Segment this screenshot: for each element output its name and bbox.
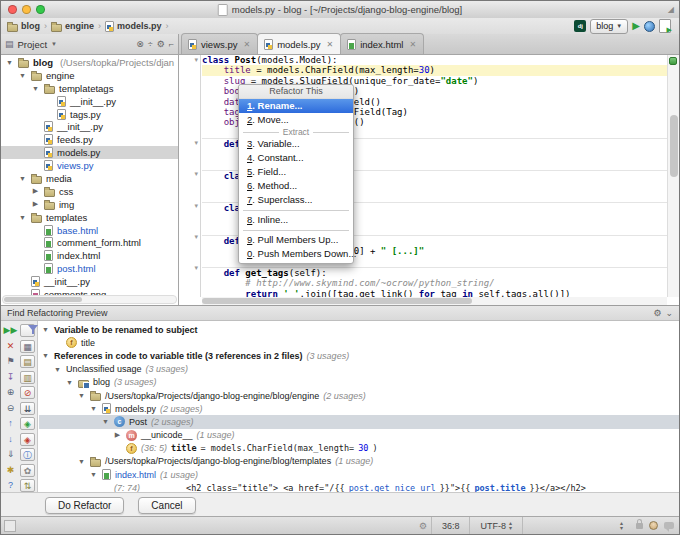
vertical-scroll-thumb[interactable]: [670, 115, 678, 177]
fullscreen-icon[interactable]: ◢: [668, 5, 674, 14]
menu-item-variable-[interactable]: 3. Variable...: [239, 137, 353, 151]
menu-item-method-[interactable]: 6. Method...: [239, 179, 353, 193]
tab-close-icon[interactable]: ✕: [409, 40, 416, 49]
usage-tree-row[interactable]: ▼blog (3 usages): [39, 376, 679, 389]
fold-marker-icon[interactable]: ▾: [194, 56, 198, 64]
tree-expander-icon[interactable]: ▼: [18, 214, 27, 221]
usage-tree-row[interactable]: (36: 5) title = models.CharField(max_len…: [39, 442, 679, 455]
menu-item-move-[interactable]: 2. Move...: [239, 113, 353, 127]
settings-gear-icon[interactable]: ⚙: [653, 308, 661, 318]
expand-all-icon[interactable]: ⊕: [3, 386, 18, 399]
code-line[interactable]: return ' '.join([tag.get_link() for tag …: [202, 289, 667, 297]
tree-expander-icon[interactable]: ▼: [89, 405, 98, 412]
scroll-to-source-icon[interactable]: ⊗: [136, 39, 144, 49]
tree-expander-icon[interactable]: ▼: [31, 85, 40, 92]
menu-item-superclass-[interactable]: 7. Superclass...: [239, 193, 353, 207]
tree-expander-icon[interactable]: ▼: [53, 366, 62, 373]
project-tree-item-blog[interactable]: ▼blog(/Users/topka/Projects/djan: [1, 56, 178, 69]
usage-tree-row[interactable]: ▼Unclassified usage (3 usages): [39, 363, 679, 376]
code-line[interactable]: # http://www.skymind.com/~ocrow/python_s…: [202, 278, 667, 288]
info-icon[interactable]: ⓘ: [20, 448, 35, 461]
project-tree-item-css[interactable]: ▶css: [1, 185, 178, 198]
code-line[interactable]: def get_tags(self):: [202, 267, 667, 278]
project-panel-header[interactable]: ▤ Project ▼ ⊗ ÷ ⚙ ⌐: [1, 34, 179, 55]
menu-item-inline-[interactable]: 8. Inline...: [239, 213, 353, 227]
fold-marker-icon[interactable]: ▾: [194, 233, 198, 241]
usage-tree-row[interactable]: ▼index.html (1 usage): [39, 468, 679, 481]
do-refactor-button[interactable]: Do Refactor: [45, 497, 124, 514]
tab-close-icon[interactable]: ✕: [243, 40, 250, 49]
tree-expander-icon[interactable]: ▼: [89, 471, 98, 478]
project-tree-item-feeds.py[interactable]: feeds.py: [1, 133, 178, 146]
tree-expander-icon[interactable]: ▼: [5, 59, 14, 66]
code-line[interactable]: title = models.CharField(max_length=30): [202, 65, 667, 75]
usage-tree-row[interactable]: ▼models.py (2 usages): [39, 402, 679, 415]
read-access-icon[interactable]: ◈: [20, 417, 35, 430]
menu-item-constant-[interactable]: 4. Constant...: [239, 151, 353, 165]
run-button[interactable]: ▶: [632, 20, 640, 32]
usage-tree-row[interactable]: ▼Post (2 usages): [39, 415, 679, 428]
project-tree-item-post.html[interactable]: post.html: [1, 262, 178, 275]
tree-expander-icon[interactable]: ▼: [101, 418, 110, 425]
ignore-icon[interactable]: ⊘: [20, 386, 35, 399]
tree-expander-icon[interactable]: ▶: [31, 187, 40, 195]
project-tree-item-views.py[interactable]: views.py: [1, 159, 178, 172]
close-window-icon[interactable]: [8, 5, 17, 14]
tab-index.html[interactable]: index.html✕: [340, 33, 424, 54]
code-line[interactable]: class Post(models.Model):: [202, 55, 667, 65]
run-task-icon[interactable]: [659, 19, 671, 33]
export-icon[interactable]: ⇓: [3, 448, 18, 461]
collapse-all-icon[interactable]: ⊖: [3, 402, 18, 415]
editor-vertical-scrollbar[interactable]: [667, 55, 679, 297]
hide-panel-icon[interactable]: ⌄: [665, 308, 673, 318]
fold-marker-icon[interactable]: ▾: [194, 202, 198, 210]
fold-marker-icon[interactable]: ▾: [194, 139, 198, 147]
project-tree-item-index.html[interactable]: index.html: [1, 249, 178, 262]
tree-expander-icon[interactable]: ▶: [31, 200, 40, 208]
hector-inspector-icon[interactable]: [649, 521, 658, 530]
sort-icon[interactable]: ⇅: [20, 479, 35, 492]
project-horizontal-scrollbar[interactable]: [2, 295, 177, 304]
group-by-module-icon[interactable]: ▤: [20, 355, 35, 368]
tab-views.py[interactable]: views.py✕: [181, 33, 258, 54]
fold-marker-icon[interactable]: ▾: [194, 264, 198, 272]
breadcrumb-item-engine[interactable]: engine: [51, 21, 94, 32]
coverage-run-icon[interactable]: [644, 21, 655, 32]
project-tree-item-__init__.py[interactable]: __init__.py: [1, 95, 178, 108]
cancel-button[interactable]: Cancel: [138, 497, 195, 514]
breadcrumb-item-models.py[interactable]: models.py: [105, 21, 162, 32]
close-icon[interactable]: ✕: [3, 340, 18, 353]
readonly-lock-icon[interactable]: [636, 523, 643, 529]
menu-item-field-[interactable]: 5. Field...: [239, 165, 353, 179]
menu-item-rename-[interactable]: 1. Rename...: [239, 99, 353, 113]
collapse-all-icon[interactable]: ÷: [148, 39, 153, 49]
usage-tree-row[interactable]: ▼/Users/topka/Projects/django-blog-engin…: [39, 389, 679, 402]
settings-icon[interactable]: ✿: [20, 464, 35, 477]
tree-expander-icon[interactable]: ▼: [65, 379, 74, 386]
run-config-selector[interactable]: blog ▼: [590, 19, 628, 34]
vcs-branch-cell[interactable]: ▴▾: [522, 517, 633, 534]
help-icon[interactable]: ?: [3, 479, 18, 492]
tree-expander-icon[interactable]: ▶: [113, 431, 122, 439]
resize-grip[interactable]: [4, 520, 16, 532]
project-tree-item-models.py[interactable]: models.py: [1, 146, 178, 159]
project-tree-item-tags.py[interactable]: tags.py: [1, 108, 178, 121]
breadcrumb-item-blog[interactable]: blog: [7, 21, 40, 32]
tree-expander-icon[interactable]: ▼: [77, 392, 86, 399]
tree-expander-icon[interactable]: ▼: [18, 72, 27, 79]
hide-panel-icon[interactable]: ⌐: [169, 39, 174, 49]
settings-gear-icon[interactable]: ⚙: [157, 39, 165, 49]
tree-expander-icon[interactable]: ▼: [77, 458, 86, 465]
preview-usages-icon[interactable]: ▦: [20, 340, 35, 353]
menu-item-pull-members-up-[interactable]: 9. Pull Members Up...: [239, 233, 353, 247]
project-tree-item-comment_form.html[interactable]: comment_form.html: [1, 236, 178, 249]
next-occurrence-icon[interactable]: ↓: [3, 433, 18, 446]
previous-occurrence-icon[interactable]: ↑: [3, 417, 18, 430]
project-tree-item-__init__.py[interactable]: __init__.py: [1, 120, 178, 133]
tree-expander-icon[interactable]: ▼: [41, 326, 50, 333]
tree-expander-icon[interactable]: ▼: [41, 352, 50, 359]
encoding-cell[interactable]: UTF-8 ▴▾: [469, 517, 522, 534]
move-to-icon[interactable]: ↧: [3, 371, 18, 384]
project-tree-item-media[interactable]: ▼media: [1, 172, 178, 185]
usage-tree-row[interactable]: ▼References in code to variable title (3…: [39, 349, 679, 362]
